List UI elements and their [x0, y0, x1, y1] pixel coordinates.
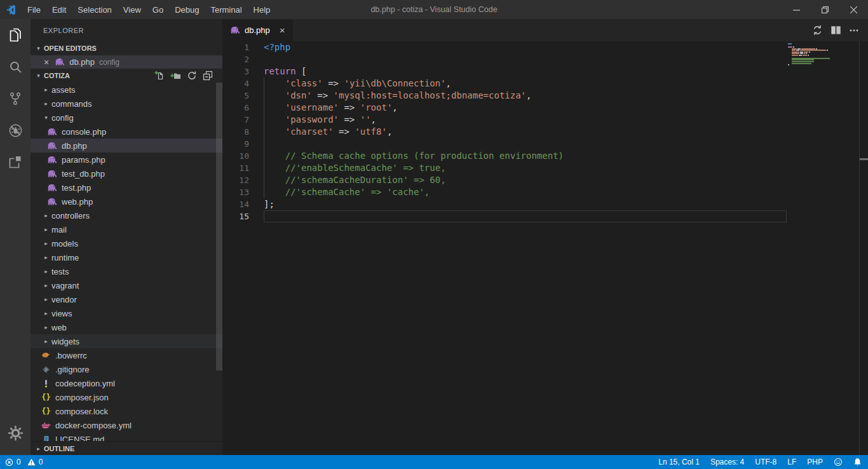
activitybar-settings[interactable]	[0, 417, 31, 449]
tree-item-label: config	[51, 113, 74, 123]
sidebar-scrollbar[interactable]	[216, 83, 222, 370]
menu-help[interactable]: Help	[248, 0, 276, 19]
tree-folder-web[interactable]: ▸web	[31, 320, 222, 334]
tree-file--gitignore[interactable]: .gitignore	[31, 362, 222, 376]
tree-file-db-php[interactable]: db.php	[31, 139, 222, 153]
statusbar-feedback-smiley[interactable]	[834, 458, 843, 466]
tree-folder-assets[interactable]: ▸assets	[31, 83, 222, 97]
tree-file-test-php[interactable]: test.php	[31, 180, 222, 194]
tree-item-label: tests	[51, 267, 69, 276]
tab-close-icon[interactable]: ×	[280, 25, 285, 35]
token-ws	[264, 114, 285, 125]
menu-selection[interactable]: Selection	[72, 0, 117, 19]
statusbar-encoding[interactable]: UTF-8	[755, 458, 776, 466]
tree-file-console-php[interactable]: console.php	[31, 125, 222, 139]
menu-file[interactable]: File	[22, 0, 46, 19]
menu-go[interactable]: Go	[147, 0, 169, 19]
code-line-3[interactable]: 3return [	[222, 65, 868, 78]
tree-folder-models[interactable]: ▸models	[31, 236, 222, 250]
code-line-9[interactable]: 9	[222, 138, 868, 150]
token-ws	[264, 126, 285, 137]
tree-folder-runtime[interactable]: ▸runtime	[31, 250, 222, 264]
code-line-15[interactable]: 15	[222, 210, 868, 222]
tree-file-params-php[interactable]: params.php	[31, 153, 222, 167]
problems-indicator[interactable]: 0 0	[5, 458, 46, 466]
explorer-sidebar: EXPLORER ▾ OPEN EDITORS × db.php config …	[31, 19, 222, 455]
tree-file-test-db-php[interactable]: test_db.php	[31, 167, 222, 180]
code-line-7[interactable]: 7 'password' => '',	[222, 114, 868, 126]
tree-folder-vagrant[interactable]: ▸vagrant	[31, 278, 222, 292]
outline-section-header[interactable]: ▸ OUTLINE	[31, 441, 222, 455]
code-line-1[interactable]: 1<?php	[222, 41, 868, 53]
new-file-icon[interactable]	[154, 71, 165, 81]
tree-file-codeception-yml[interactable]: codeception.yml	[31, 376, 222, 390]
line-content	[264, 138, 787, 150]
split-editor-icon[interactable]	[831, 25, 841, 36]
menu-terminal[interactable]: Terminal	[205, 0, 247, 19]
open-editors-header[interactable]: ▾ OPEN EDITORS	[31, 41, 222, 55]
collapse-all-icon[interactable]	[203, 71, 213, 81]
window-close-button[interactable]	[839, 0, 868, 19]
activitybar-explorer[interactable]	[0, 19, 31, 51]
close-icon[interactable]: ×	[44, 58, 49, 67]
tree-folder-views[interactable]: ▸views	[31, 306, 222, 320]
code-line-4[interactable]: 4 'class' => 'yii\db\Connection',	[222, 78, 868, 90]
activitybar-extensions[interactable]	[0, 146, 31, 178]
project-section-header[interactable]: ▾ COTIZA	[31, 69, 222, 83]
tree-folder-mail[interactable]: ▸mail	[31, 222, 222, 236]
tree-folder-vendor[interactable]: ▸vendor	[31, 292, 222, 306]
tree-file-web-php[interactable]: web.php	[31, 194, 222, 208]
code-line-12[interactable]: 12 //'schemaCacheDuration' => 60,	[222, 174, 868, 186]
menu-debug[interactable]: Debug	[169, 0, 205, 19]
code-area: 1<?php23return [4 'class' => 'yii\db\Con…	[222, 41, 868, 222]
tree-item-label: .gitignore	[55, 365, 89, 374]
tree-file-license-md[interactable]: LICENSE.md	[31, 432, 222, 441]
minimap-seg	[809, 51, 810, 53]
sync-icon[interactable]	[812, 25, 823, 36]
tree-file-composer-lock[interactable]: {}composer.lock	[31, 404, 222, 418]
code-line-8[interactable]: 8 'charset' => 'utf8',	[222, 126, 868, 138]
tree-folder-commands[interactable]: ▸commands	[31, 97, 222, 111]
tree-file--bowerrc[interactable]: .bowerrc	[31, 348, 222, 362]
code-line-2[interactable]: 2	[222, 53, 868, 65]
tree-file-docker-compose-yml[interactable]: docker-compose.yml	[31, 418, 222, 432]
tab-dbphp[interactable]: db.php ×	[222, 19, 293, 41]
tree-folder-tests[interactable]: ▸tests	[31, 264, 222, 278]
code-line-5[interactable]: 5 'dsn' => 'mysql:host=localhost;dbname=…	[222, 90, 868, 102]
code-line-14[interactable]: 14];	[222, 198, 868, 210]
chevron-right-icon: ▸	[42, 226, 50, 233]
activitybar-debug[interactable]	[0, 114, 31, 146]
code-line-10[interactable]: 10 // Schema cache options (for producti…	[222, 150, 868, 162]
menu-view[interactable]: View	[118, 0, 147, 19]
tree-folder-config[interactable]: ▾config	[31, 111, 222, 125]
statusbar-indentation[interactable]: Spaces: 4	[710, 458, 744, 466]
more-icon[interactable]	[849, 25, 859, 36]
activitybar-search[interactable]	[0, 51, 31, 83]
editor-body[interactable]: 1<?php23return [4 'class' => 'yii\db\Con…	[222, 41, 868, 455]
statusbar-cursor-position[interactable]: Ln 15, Col 1	[658, 458, 700, 466]
minimap[interactable]	[788, 43, 858, 67]
tree-item-label: codeception.yml	[55, 379, 115, 388]
window-minimize-button[interactable]	[782, 0, 811, 19]
open-editor-item-dbphp[interactable]: × db.php config	[31, 55, 222, 69]
tree-folder-controllers[interactable]: ▸controllers	[31, 208, 222, 222]
tree-file-composer-json[interactable]: {}composer.json	[31, 390, 222, 404]
token-str: 'charset'	[285, 126, 334, 137]
line-number: 13	[222, 186, 264, 198]
refresh-icon[interactable]	[187, 71, 197, 81]
code-line-6[interactable]: 6 'username' => 'root',	[222, 102, 868, 114]
new-folder-icon[interactable]	[170, 71, 181, 81]
statusbar-language-mode[interactable]: PHP	[807, 458, 823, 466]
tree-folder-widgets[interactable]: ▸widgets	[31, 334, 222, 348]
statusbar-eol[interactable]: LF	[787, 458, 796, 466]
line-content	[264, 210, 787, 222]
code-line-13[interactable]: 13 //'schemaCache' => 'cache',	[222, 186, 868, 198]
code-line-11[interactable]: 11 //'enableSchemaCache' => true,	[222, 162, 868, 174]
statusbar-notifications-bell[interactable]	[853, 458, 862, 466]
activitybar-source-control[interactable]	[0, 83, 31, 114]
line-content: //'schemaCacheDuration' => 60,	[264, 174, 787, 186]
line-content	[264, 53, 787, 65]
tree-item-label: composer.lock	[55, 407, 108, 416]
window-restore-button[interactable]	[811, 0, 839, 19]
menu-edit[interactable]: Edit	[46, 0, 72, 19]
